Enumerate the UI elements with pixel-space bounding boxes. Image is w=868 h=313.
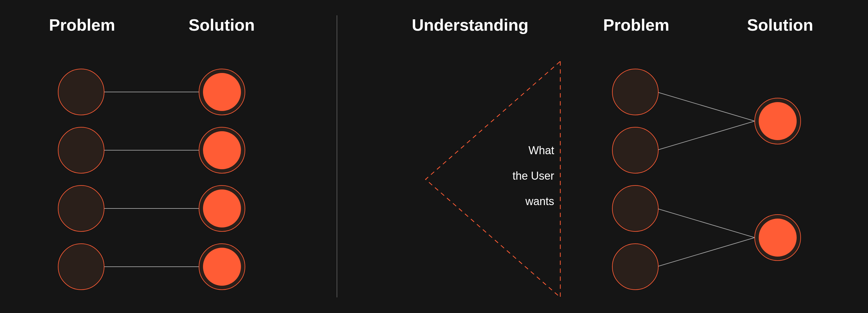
right-problem-node-2	[612, 186, 658, 231]
svg-point-7	[203, 248, 241, 286]
right-mapping-diagram	[582, 0, 868, 313]
left-solution-node-3	[199, 244, 245, 290]
right-connector-1	[657, 121, 755, 150]
right-connector-0	[657, 92, 755, 121]
svg-point-9	[759, 102, 797, 140]
svg-point-3	[203, 131, 241, 169]
right-connector-3	[657, 237, 755, 267]
left-problem-node-1	[58, 127, 104, 173]
understanding-text-line-2: wants	[477, 189, 554, 214]
right-connector-2	[657, 208, 755, 237]
right-problem-node-1	[612, 127, 658, 173]
svg-point-11	[759, 219, 797, 257]
understanding-text: What the User wants	[477, 138, 554, 214]
left-problem-node-3	[58, 244, 104, 290]
right-solution-node-1	[755, 215, 801, 261]
left-problem-node-2	[58, 186, 104, 231]
left-problem-node-0	[58, 69, 104, 115]
understanding-text-line-1: the User	[477, 163, 554, 189]
right-problem-node-0	[612, 69, 658, 115]
right-solution-node-0	[755, 98, 801, 144]
left-solution-node-1	[199, 127, 245, 173]
left-solution-node-2	[199, 186, 245, 231]
right-understanding-heading: Understanding	[412, 15, 528, 34]
svg-point-5	[203, 190, 241, 227]
understanding-text-line-0: What	[477, 138, 554, 163]
svg-point-1	[203, 73, 241, 111]
right-problem-node-3	[612, 244, 658, 290]
left-mapping-diagram	[0, 0, 337, 313]
left-solution-node-0	[199, 69, 245, 115]
